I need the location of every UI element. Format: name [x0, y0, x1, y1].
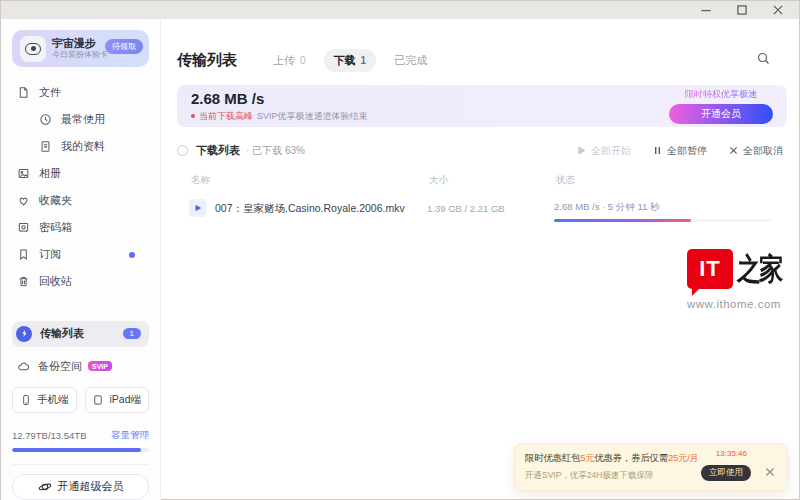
sidebar-item-my-docs[interactable]: 我的资料	[12, 133, 149, 160]
planet-icon	[38, 480, 52, 494]
file-size: 1.39 GB / 2.21 GB	[427, 199, 554, 214]
speed-banner: 2.68 MB /s 当前下载高峰 SVIP优享极速通道体验结束 限时特权优享极…	[177, 85, 787, 127]
promo-text: 限时优惠红包	[525, 452, 580, 463]
device-label: iPad端	[109, 393, 141, 407]
action-label: 全部暂停	[667, 144, 707, 158]
cancel-all-button[interactable]: 全部取消	[729, 144, 783, 158]
column-size: 大小	[429, 174, 556, 187]
table-row[interactable]: 007：皇家赌场.Casino.Royale.2006.mkv 1.39 GB …	[177, 199, 787, 222]
ipad-client-button[interactable]: iPad端	[85, 387, 150, 413]
action-label: 全部开始	[591, 144, 631, 158]
close-icon	[729, 146, 738, 155]
alert-dot	[191, 114, 195, 118]
lightning-icon	[16, 326, 32, 342]
tab-label: 下载	[334, 53, 356, 68]
action-label: 全部取消	[743, 144, 783, 158]
sidebar-divider	[12, 464, 149, 465]
tablet-icon	[92, 394, 104, 406]
minimize-icon[interactable]	[699, 4, 713, 16]
pause-all-button[interactable]: 全部暂停	[653, 144, 707, 158]
promo-countdown: 13:35:46	[716, 449, 747, 458]
tab-count: 0	[300, 55, 306, 66]
sidebar-item-recent[interactable]: 最常使用	[12, 106, 149, 133]
storage-bar-fill	[12, 448, 141, 452]
title-bar	[1, 1, 799, 19]
select-all-checkbox[interactable]	[177, 145, 188, 156]
search-icon[interactable]	[756, 51, 771, 70]
tab-label: 上传	[273, 53, 295, 68]
promo-text: 优惠券，券后仅需	[594, 452, 668, 463]
pause-icon	[653, 146, 662, 155]
sidebar-item-label: 传输列表	[40, 326, 84, 341]
photo-icon	[16, 167, 30, 181]
sidebar-item-favorites[interactable]: 收藏夹	[12, 187, 149, 214]
column-name: 名称	[191, 174, 429, 187]
main-content: 传输列表 上传 0 下载 1 已完成	[161, 19, 799, 500]
list-controls: 下载列表 · 已下载 63% 全部开始 全部暂停 全部取消	[177, 143, 787, 158]
sidebar-item-subscriptions[interactable]: 订阅	[12, 241, 149, 268]
storage-section: 12.79TB/13.54TB 容量管理	[12, 429, 149, 452]
device-buttons: 手机端 iPad端	[12, 387, 149, 413]
safe-icon	[16, 221, 30, 235]
file-progress-bar	[554, 219, 772, 222]
sidebar-item-label: 密码箱	[39, 220, 72, 235]
tab-completed[interactable]: 已完成	[384, 49, 437, 72]
promo-coupon-amount: 5元	[580, 452, 594, 463]
heart-icon	[16, 194, 30, 208]
phone-client-button[interactable]: 手机端	[12, 387, 77, 413]
sidebar-item-recycle-bin[interactable]: 回收站	[12, 268, 149, 295]
file-progress-fill	[554, 219, 691, 222]
clock-icon	[38, 113, 52, 127]
sidebar-item-label: 订阅	[39, 247, 61, 262]
sidebar-item-label: 文件	[39, 85, 61, 100]
profile-subtitle: 今日装扮体验卡	[52, 50, 108, 60]
sidebar-item-label: 收藏夹	[39, 193, 72, 208]
sidebar-nav: 文件 最常使用 我的资料 相册 收藏夹	[12, 79, 149, 295]
download-speed: 2.68 MB /s	[191, 90, 368, 107]
sidebar-item-transfer-list[interactable]: 传输列表 1	[12, 321, 149, 346]
cloud-icon	[16, 359, 30, 373]
file-name: 007：皇家赌场.Casino.Royale.2006.mkv	[215, 199, 427, 216]
close-window-icon[interactable]	[771, 4, 785, 16]
banner-promo-text: 限时特权优享极速	[685, 88, 757, 101]
phone-icon	[20, 394, 32, 406]
storage-usage: 12.79TB/13.54TB	[12, 430, 86, 441]
transfer-count-badge: 1	[123, 328, 141, 339]
section-title: 下载列表	[196, 143, 240, 158]
sidebar-item-label: 最常使用	[61, 112, 105, 127]
bookmark-icon	[16, 248, 30, 262]
sidebar-item-label: 备份空间	[38, 359, 82, 374]
sidebar-item-backup-space[interactable]: 备份空间 SVIP	[12, 354, 149, 379]
sidebar-item-label: 相册	[39, 166, 61, 181]
page-title: 传输列表	[177, 51, 237, 70]
file-icon	[16, 86, 30, 100]
maximize-icon[interactable]	[735, 4, 749, 16]
open-super-vip-button[interactable]: 开通超级会员	[12, 474, 149, 500]
claim-badge[interactable]: 待领取	[105, 39, 143, 54]
vip-button-label: 开通超级会员	[58, 479, 124, 494]
start-all-button[interactable]: 全部开始	[577, 144, 631, 158]
notification-dot	[129, 252, 135, 258]
tab-download[interactable]: 下载 1	[324, 49, 377, 72]
close-toast-icon[interactable]	[765, 463, 775, 481]
tab-upload[interactable]: 上传 0	[263, 49, 316, 72]
column-status: 状态	[556, 174, 787, 187]
use-now-button[interactable]: 立即使用	[701, 465, 751, 481]
play-icon	[577, 146, 586, 155]
app-window: 宇宙漫步 今日装扮体验卡 待领取 文件 最常使用 我的资料	[0, 0, 800, 500]
sidebar-item-files[interactable]: 文件	[12, 79, 149, 106]
sidebar: 宇宙漫步 今日装扮体验卡 待领取 文件 最常使用 我的资料	[1, 19, 161, 500]
open-membership-button[interactable]: 开通会员	[669, 104, 773, 124]
trash-icon	[16, 275, 30, 289]
storage-manage-link[interactable]: 容量管理	[111, 429, 149, 442]
promo-toast: 限时优惠红包5元优惠券，券后仅需25元/月 开通SVIP，优享24H极速下载保障…	[514, 443, 788, 491]
table-header: 名称 大小 状态	[177, 174, 787, 187]
tab-label: 已完成	[394, 53, 427, 68]
sidebar-item-albums[interactable]: 相册	[12, 160, 149, 187]
sidebar-item-password-box[interactable]: 密码箱	[12, 214, 149, 241]
ithome-logo-cn: 之家	[737, 249, 781, 289]
profile-card[interactable]: 宇宙漫步 今日装扮体验卡 待领取	[12, 30, 149, 67]
play-file-icon[interactable]	[189, 199, 207, 217]
storage-bar	[12, 448, 149, 452]
promo-line1: 限时优惠红包5元优惠券，券后仅需25元/月	[525, 452, 721, 465]
